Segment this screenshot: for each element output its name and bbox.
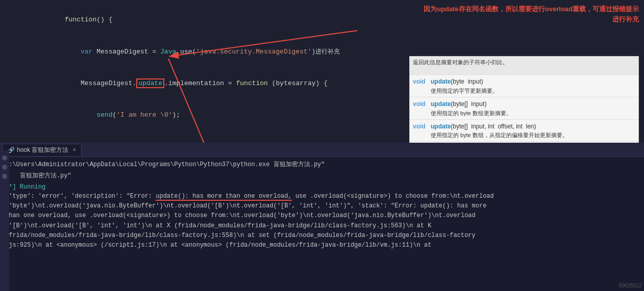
terminal-error-line4: ('[B')\nt.overload('[B', 'int', 'int')\n…	[5, 221, 639, 231]
annotation-line2: 进行补充	[612, 15, 639, 23]
code-editor: 因为update存在同名函数，所以需要进行overload重载，可通过报错提示 …	[0, 0, 644, 143]
overload-desc-3: 使用指定的 byte 数组，从指定的偏移量开始更新摘要。	[413, 130, 635, 139]
terminal: 🔗 hook 盲狙加密方法 × C:\Users\Administrator\A…	[0, 143, 644, 291]
watermark: 50635012	[619, 283, 642, 288]
terminal-error-block: {'type': 'error', 'description': "Error:…	[5, 192, 639, 201]
overload-void-3: void	[413, 122, 431, 130]
overload-void-2: void	[413, 99, 431, 108]
overload-sig-2: update(byte[] input)	[431, 100, 635, 109]
terminal-tab-hook[interactable]: 🔗 hook 盲狙加密方法 ×	[2, 144, 82, 156]
overload-desc-2: 使用指定的 byte 数组更新摘要。	[413, 109, 635, 117]
terminal-running: [*] Running	[5, 182, 639, 192]
overload-row-4: void update(ByteBuffer input) 使用指定的 Byte…	[410, 142, 638, 143]
terminal-path: C:\Users\Administrator\AppData\Local\Pro…	[5, 160, 639, 169]
annotation-line1: 因为update存在同名函数，所以需要进行overload重载，可通过报错提示	[424, 5, 639, 13]
terminal-path-text: C:\Users\Administrator\AppData\Local\Pro…	[5, 161, 269, 168]
sidebar-dot-3	[2, 174, 7, 179]
overload-sig-1: update(byte input)	[431, 77, 635, 86]
sidebar-dot-1	[2, 155, 7, 161]
overload-row-2: void update(byte[] input) 使用指定的 byte 数组更…	[410, 97, 638, 120]
terminal-file: 盲狙加密方法.py"	[274, 161, 325, 168]
overload-popup: 返回此信息摘要对象的子符串小归比。 void update(byte input…	[409, 56, 639, 143]
left-sidebar	[0, 150, 9, 291]
overload-sig-3: update(byte[] input, int offset, int len…	[431, 122, 635, 131]
terminal-error-suffix: use .overload(<signature>) to choose fro…	[292, 193, 494, 200]
terminal-error-prefix: {'type': 'error', 'description': "Error:	[5, 193, 156, 200]
terminal-content: C:\Users\Administrator\AppData\Local\Pro…	[0, 157, 644, 291]
terminal-tab-label: hook 盲狙加密方法	[17, 146, 68, 154]
terminal-file2: 盲狙加密方法.py"	[20, 172, 71, 179]
overload-row-first: 返回此信息摘要对象的子符串小归比。	[410, 57, 638, 75]
main-container: 因为update存在同名函数，所以需要进行overload重载，可通过报错提示 …	[0, 0, 644, 291]
terminal-tabs: 🔗 hook 盲狙加密方法 ×	[0, 143, 644, 157]
keyword-function: function	[65, 16, 96, 23]
overload-desc-1: 使用指定的字节更新摘要。	[413, 86, 635, 95]
overload-row-3: void update(byte[] input, int offset, in…	[410, 120, 638, 142]
overload-row-1: void update(byte input) 使用指定的字节更新摘要。	[410, 75, 638, 97]
annotation-box: 因为update存在同名函数，所以需要进行overload重载，可通过报错提示 …	[424, 4, 639, 24]
update-keyword: update	[136, 78, 164, 88]
overload-first-text: 返回此信息摘要对象的子符串小归比。	[413, 59, 635, 66]
terminal-error-line6: .js:925)\n at <anonymous> (/script1.js:1…	[5, 241, 639, 250]
overload-void-1: void	[413, 77, 431, 85]
terminal-tab-close[interactable]: ×	[72, 146, 76, 153]
annotation-text: 因为update存在同名函数，所以需要进行overload重载，可通过报错提示 …	[424, 4, 639, 24]
terminal-error-line5: (frida/node_modules/frida-java-bridge/li…	[5, 231, 639, 241]
terminal-error-line2: ('byte')\nt.overload('java.nio.ByteBuffe…	[5, 201, 639, 211]
terminal-error-highlight: update(): has more than one overload,	[156, 193, 291, 201]
sidebar-dot-2	[2, 165, 7, 170]
terminal-error-line3: than one overload, use .overload(<signat…	[5, 211, 639, 221]
terminal-indent: 盲狙加密方法.py"	[5, 171, 639, 180]
